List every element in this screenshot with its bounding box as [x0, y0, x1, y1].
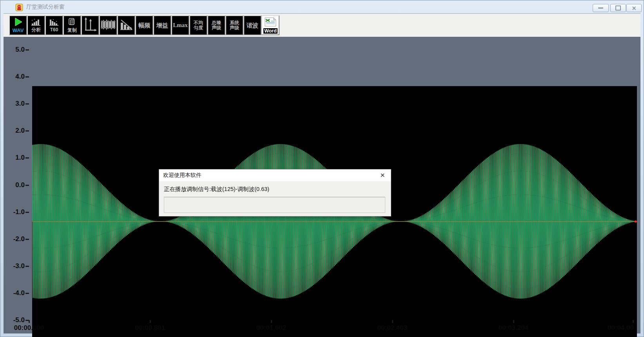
y-axis-label: 5.0 [4, 46, 25, 54]
dialog-message: 正在播放调制信号:载波(125)-调制波(0.63) [164, 186, 269, 193]
word-doc-icon [264, 17, 277, 28]
y-axis-tick [25, 130, 29, 132]
copy-button[interactable]: 复制 [63, 15, 81, 35]
title-bar[interactable]: 厅堂测试分析窗 ✕ [0, 0, 644, 13]
wav-play-label: WAV [13, 28, 24, 33]
dialog-title-bar[interactable]: 欢迎使用本软件 [159, 169, 391, 181]
analyze-label: 分析 [31, 27, 41, 32]
x-axis-tick [392, 320, 393, 323]
x-axis-tick [29, 320, 30, 323]
dialog-close-button[interactable]: ✕ [378, 171, 387, 179]
total-noise-label: 声级 [212, 25, 221, 31]
gain-button[interactable]: 增益 [153, 15, 171, 35]
minimize-icon [598, 7, 603, 9]
lmax-button[interactable]: Lmax [171, 15, 189, 35]
x-axis-label: 00:02.403 [367, 324, 418, 332]
restore-icon [615, 5, 621, 11]
y-axis-label: -3.0 [4, 262, 25, 270]
restore-button[interactable] [610, 4, 626, 12]
word-export-label: Word [263, 28, 278, 34]
axes-icon [83, 17, 97, 34]
x-axis-label: 00:00.801 [125, 324, 176, 332]
y-axis-label: -2.0 [4, 235, 25, 243]
harmonics-button[interactable]: 谐波 [243, 15, 261, 35]
system-level-label: 声级 [230, 25, 239, 31]
x-axis-tick [513, 320, 514, 323]
t60-button[interactable]: T60 [45, 15, 63, 35]
close-button[interactable]: ✕ [626, 4, 642, 12]
histogram-button[interactable] [117, 15, 135, 35]
playback-dialog: 欢迎使用本软件 ✕ 正在播放调制信号:载波(125)-调制波(0.63) [159, 169, 391, 216]
copy-label: 复制 [67, 28, 77, 33]
y-axis-label: 2.0 [4, 127, 25, 135]
y-axis-tick [25, 293, 29, 294]
dialog-title: 欢迎使用本软件 [163, 172, 201, 179]
y-axis-label: 1.0 [4, 154, 25, 162]
x-axis-label: 00:04.00 [590, 324, 634, 332]
y-axis-tick [25, 185, 29, 186]
y-axis-tick [25, 76, 29, 77]
uniformity-button[interactable]: 不均匀度 [189, 15, 207, 35]
amp-freq-button[interactable]: 幅频 [135, 15, 153, 35]
x-axis-label: 00:01.602 [246, 324, 297, 332]
y-axis-label: 3.0 [4, 100, 25, 108]
y-axis-tick [25, 103, 29, 105]
app-icon [15, 4, 23, 11]
gain-label: 增益 [156, 22, 168, 29]
t60-label: T60 [50, 27, 58, 32]
waveform-icon [101, 19, 116, 32]
wav-play-button[interactable]: WAV [9, 15, 27, 35]
y-axis-tick [25, 157, 29, 159]
bars-down-icon [49, 18, 60, 27]
play-icon [13, 18, 23, 28]
y-axis-label: -1.0 [4, 208, 25, 216]
y-axis-label: 4.0 [4, 73, 25, 81]
close-icon: ✕ [632, 5, 637, 11]
axes-button[interactable] [81, 15, 99, 35]
dialog-progress-box [164, 197, 385, 213]
uniformity-label: 匀度 [194, 25, 203, 31]
bars-up-icon [31, 18, 42, 27]
app-window: 厅堂测试分析窗 ✕ WAV分析T60复制幅频增益Lmax不均匀度总噪声级系统声级… [0, 0, 644, 337]
uniformity-label: 不均 [194, 20, 203, 25]
minimize-button[interactable] [593, 4, 609, 12]
system-level-label: 系统 [230, 20, 239, 25]
x-axis-tick [150, 320, 151, 323]
y-axis-label: -4.0 [4, 289, 25, 297]
word-export-button[interactable]: Word [261, 15, 279, 35]
total-noise-button[interactable]: 总噪声级 [207, 15, 225, 35]
lmax-label: Lmax [173, 23, 188, 28]
y-axis-label: -5.0 [4, 316, 25, 324]
y-axis-tick [25, 49, 29, 50]
system-level-button[interactable]: 系统声级 [225, 15, 243, 35]
y-axis-label: 0.0 [4, 181, 25, 189]
copy-icon [67, 18, 77, 28]
toolbar: WAV分析T60复制幅频增益Lmax不均匀度总噪声级系统声级谐波Word [4, 13, 640, 37]
harmonics-label: 谐波 [247, 22, 258, 29]
x-axis-tick [271, 320, 272, 323]
x-axis-label: 00:03.204 [488, 324, 539, 332]
waveform-view-button[interactable] [99, 15, 117, 35]
analyze-button[interactable]: 分析 [27, 15, 45, 35]
x-axis-label: 00:00.000 [4, 324, 54, 332]
waveform-workspace: 5.04.03.02.01.00.0-1.0-2.0-3.0-4.0-5.000… [4, 37, 640, 333]
bars-decay-icon [120, 19, 133, 32]
amp-freq-label: 幅频 [138, 22, 150, 29]
y-axis-tick [25, 239, 29, 240]
y-axis-tick [25, 266, 29, 267]
total-noise-label: 总噪 [212, 20, 221, 25]
window-title: 厅堂测试分析窗 [26, 4, 65, 11]
y-axis-tick [25, 212, 29, 213]
toolbar-buttons: WAV分析T60复制幅频增益Lmax不均匀度总噪声级系统声级谐波Word [9, 15, 279, 35]
x-axis-tick [633, 320, 634, 323]
